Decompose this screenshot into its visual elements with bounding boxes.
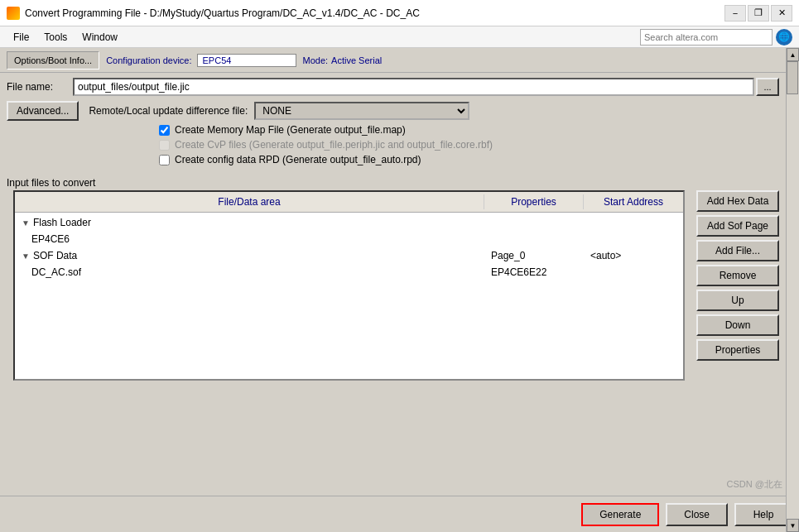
search-area: 🌐	[640, 29, 792, 46]
config-value: EPC54	[197, 54, 296, 67]
scroll-thumb[interactable]	[787, 61, 798, 94]
row-sof-data-addr: <auto>	[584, 248, 683, 263]
close-button[interactable]: ✕	[771, 5, 792, 22]
create-rpd-checkbox[interactable]	[159, 155, 170, 165]
filename-label: File name:	[7, 81, 73, 93]
table-header: File/Data area Properties Start Address	[15, 192, 683, 213]
file-table: File/Data area Properties Start Address …	[13, 190, 685, 381]
config-device-group: Configuration device: EPC54	[106, 54, 296, 67]
add-hex-data-button[interactable]: Add Hex Data	[696, 190, 779, 212]
checkbox1-row: Create Memory Map File (Generate output_…	[7, 124, 779, 136]
col-start-address: Start Address	[584, 194, 683, 209]
window-controls: − ❐ ✕	[724, 5, 792, 22]
add-sof-page-button[interactable]: Add Sof Page	[696, 215, 779, 237]
table-row[interactable]: ▼ SOF Data Page_0 <auto>	[15, 247, 683, 264]
help-button[interactable]: Help	[734, 503, 792, 526]
row-ep4ce6-props	[484, 232, 584, 247]
col-file-area: File/Data area	[15, 194, 484, 209]
app-icon	[7, 7, 20, 20]
options-bar: Options/Boot Info... Configuration devic…	[0, 48, 786, 73]
checkbox3-row: Create config data RPD (Generate output_…	[7, 154, 779, 165]
config-label: Configuration device:	[106, 55, 191, 65]
table-row[interactable]: DC_AC.sof EP4CE6E22	[15, 264, 683, 280]
row-dcac-sof-name: DC_AC.sof	[15, 265, 484, 280]
main-scrollbar[interactable]: ▲ ▼	[786, 48, 799, 532]
main-content: Options/Boot Info... Configuration devic…	[0, 48, 799, 532]
create-map-checkbox[interactable]	[159, 125, 170, 136]
create-cvp-checkbox[interactable]	[159, 140, 170, 151]
globe-icon: 🌐	[776, 29, 792, 46]
content-inner: Options/Boot Info... Configuration devic…	[0, 48, 799, 532]
add-file-button[interactable]: Add File...	[696, 240, 779, 261]
diff-select[interactable]: NONE	[254, 102, 469, 120]
close-button[interactable]: Close	[666, 503, 728, 526]
mode-label: Mode:	[303, 55, 329, 65]
minimize-button[interactable]: −	[724, 5, 746, 22]
create-rpd-label: Create config data RPD (Generate output_…	[175, 154, 421, 165]
menu-tools[interactable]: Tools	[37, 30, 74, 45]
restore-button[interactable]: ❐	[748, 5, 769, 22]
remove-button[interactable]: Remove	[696, 265, 779, 286]
menu-file[interactable]: File	[7, 30, 36, 45]
row-ep4ce6-name: EP4CE6	[15, 232, 484, 247]
scroll-down-button[interactable]: ▼	[787, 519, 799, 532]
sof-data-toggle[interactable]: ▼	[22, 252, 30, 261]
up-button[interactable]: Up	[696, 290, 779, 311]
row-ep4ce6-addr	[584, 232, 683, 247]
browse-button[interactable]: ...	[756, 78, 779, 96]
section-header: Input files to convert	[0, 174, 786, 190]
window-title: Convert Programming File - D:/MyStudy/Qu…	[25, 7, 420, 19]
menu-items: File Tools Window	[7, 30, 124, 45]
filename-input[interactable]	[73, 78, 754, 96]
col-properties: Properties	[484, 194, 584, 209]
create-cvp-label: Create CvP files (Generate output_file.p…	[175, 139, 493, 151]
row-flash-loader-addr	[584, 215, 683, 230]
down-button[interactable]: Down	[696, 314, 779, 336]
table-row[interactable]: ▼ Flash Loader	[15, 214, 683, 231]
menu-bar: File Tools Window 🌐	[0, 26, 799, 48]
row-flash-loader-name: ▼ Flash Loader	[15, 215, 484, 230]
mode-value: Active Serial	[331, 55, 382, 65]
properties-button[interactable]: Properties	[696, 339, 779, 361]
table-section: File/Data area Properties Start Address …	[7, 190, 779, 381]
watermark: CSDN @北在	[727, 478, 782, 491]
table-body: ▼ Flash Loader EP4CE6	[15, 213, 683, 282]
title-left: Convert Programming File - D:/MyStudy/Qu…	[7, 7, 420, 20]
filename-row: File name: ...	[7, 78, 779, 96]
options-boot-button[interactable]: Options/Boot Info...	[7, 51, 99, 69]
scroll-up-button[interactable]: ▲	[787, 48, 799, 61]
search-input[interactable]	[640, 29, 773, 46]
title-bar: Convert Programming File - D:/MyStudy/Qu…	[0, 0, 799, 26]
advanced-row: Advanced... Remote/Local update differen…	[7, 101, 779, 121]
row-sof-data-props: Page_0	[484, 248, 584, 263]
form-area: File name: ... Advanced... Remote/Local …	[0, 73, 786, 174]
right-button-panel: Add Hex Data Add Sof Page Add File... Re…	[696, 190, 779, 381]
flash-loader-toggle[interactable]: ▼	[22, 218, 30, 228]
checkbox2-row: Create CvP files (Generate output_file.p…	[7, 139, 779, 151]
diff-label: Remote/Local update difference file:	[89, 105, 248, 117]
scroll-track	[787, 61, 799, 519]
generate-button[interactable]: Generate	[581, 503, 659, 526]
table-row[interactable]: EP4CE6	[15, 231, 683, 247]
advanced-button[interactable]: Advanced...	[7, 101, 79, 121]
menu-window[interactable]: Window	[75, 30, 124, 45]
create-map-label: Create Memory Map File (Generate output_…	[175, 124, 406, 136]
row-flash-loader-props	[484, 215, 584, 230]
row-sof-data-name: ▼ SOF Data	[15, 248, 484, 263]
bottom-bar: CSDN @北在 Generate Close Help	[0, 496, 799, 532]
row-dcac-sof-addr	[584, 265, 683, 280]
row-dcac-sof-props: EP4CE6E22	[484, 265, 584, 280]
